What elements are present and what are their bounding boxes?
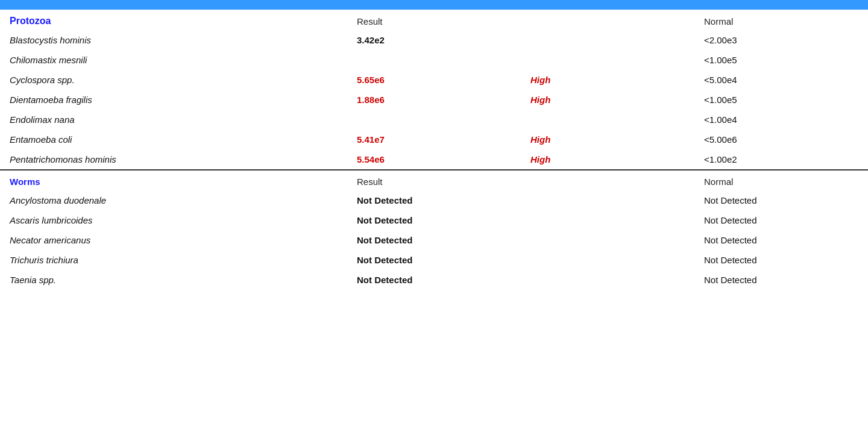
row-name: Dientamoeba fragilis [0,90,347,110]
row-name: Trichuris trichiura [0,250,347,270]
row-result [347,50,521,70]
table-row: Chilomastix mesnili <1.00e5 [0,50,868,70]
row-name: Blastocystis hominis [0,30,347,50]
table-row: Dientamoeba fragilis 1.88e6 High <1.00e5 [0,90,868,110]
table-row: Cyclospora spp. 5.65e6 High <5.00e4 [0,70,868,90]
table-row: Blastocystis hominis 3.42e2 <2.00e3 [0,30,868,50]
table-row: Necator americanus Not Detected Not Dete… [0,230,868,250]
row-name: Ancylostoma duodenale [0,190,347,210]
protozoa-normal-header: Normal [694,10,868,30]
table-row: Ancylostoma duodenale Not Detected Not D… [0,190,868,210]
protozoa-flag-header [521,10,694,30]
parasites-table: Protozoa Result Normal Blastocystis homi… [0,0,868,290]
row-result: Not Detected [347,270,521,290]
row-result: 5.65e6 [347,70,521,90]
row-normal: Not Detected [694,210,868,230]
table-row: Entamoeba coli 5.41e7 High <5.00e6 [0,130,868,149]
row-result: Not Detected [347,210,521,230]
row-normal: <1.00e2 [694,149,868,170]
table-row: Ascaris lumbricoides Not Detected Not De… [0,210,868,230]
row-name: Pentatrichomonas hominis [0,149,347,170]
row-normal: Not Detected [694,230,868,250]
flag-badge: High [530,134,550,145]
row-result: 5.54e6 [347,149,521,170]
row-flag [521,50,694,70]
row-normal: <2.00e3 [694,30,868,50]
row-name: Endolimax nana [0,110,347,130]
row-normal: <1.00e4 [694,110,868,130]
table-row: Pentatrichomonas hominis 5.54e6 High <1.… [0,149,868,170]
table-row: Trichuris trichiura Not Detected Not Det… [0,250,868,270]
row-flag [521,230,694,250]
row-result: Not Detected [347,190,521,210]
worms-label: Worms [0,171,347,190]
row-normal: <1.00e5 [694,90,868,110]
row-name: Cyclospora spp. [0,70,347,90]
row-result [347,110,521,130]
row-flag [521,210,694,230]
protozoa-label: Protozoa [0,10,347,30]
row-name: Ascaris lumbricoides [0,210,347,230]
flag-badge: High [530,154,550,164]
row-result: Not Detected [347,230,521,250]
row-flag: High [521,70,694,90]
row-result: 3.42e2 [347,30,521,50]
row-name: Entamoeba coli [0,130,347,149]
row-name: Taenia spp. [0,270,347,290]
worms-flag-header [521,171,694,190]
worms-normal-header: Normal [694,171,868,190]
row-flag: High [521,149,694,170]
flag-badge: High [530,95,550,105]
row-flag: High [521,90,694,110]
table-row: Endolimax nana <1.00e4 [0,110,868,130]
row-normal: <5.00e4 [694,70,868,90]
protozoa-result-header: Result [347,10,521,30]
row-normal: Not Detected [694,250,868,270]
row-flag [521,110,694,130]
row-result: 5.41e7 [347,130,521,149]
row-flag [521,190,694,210]
worms-result-header: Result [347,171,521,190]
row-result: 1.88e6 [347,90,521,110]
row-name: Chilomastix mesnili [0,50,347,70]
row-normal: Not Detected [694,270,868,290]
row-result: Not Detected [347,250,521,270]
row-normal: <5.00e6 [694,130,868,149]
table-row: Taenia spp. Not Detected Not Detected [0,270,868,290]
row-name: Necator americanus [0,230,347,250]
row-flag: High [521,130,694,149]
row-flag [521,30,694,50]
row-normal: Not Detected [694,190,868,210]
row-flag [521,270,694,290]
section-header [0,0,868,10]
row-normal: <1.00e5 [694,50,868,70]
row-flag [521,250,694,270]
flag-badge: High [530,75,550,85]
